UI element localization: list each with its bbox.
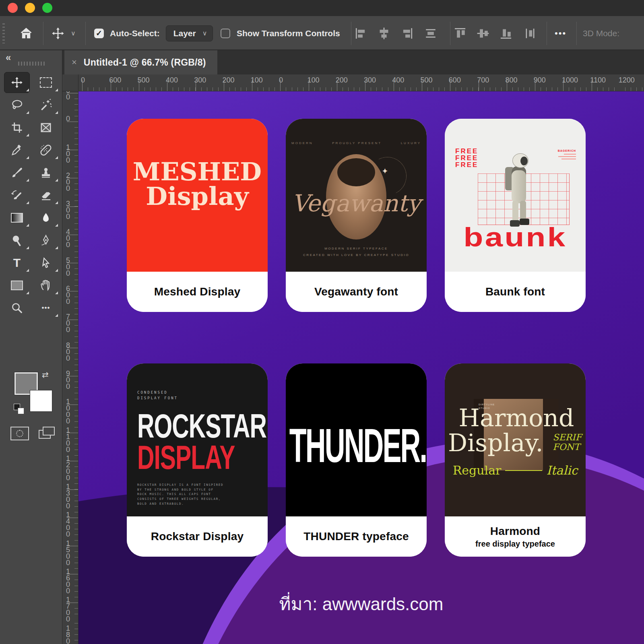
zoom-window-button[interactable] [42,3,52,13]
separator [547,22,547,45]
clone-stamp-tool[interactable] [31,161,60,184]
pen-nib-icon [40,234,52,246]
harmond-weight-regular: Regular [453,463,502,477]
align-top-edges-button[interactable] [453,16,467,50]
type-tool[interactable]: T [2,252,31,274]
show-transform-controls-checkbox[interactable] [221,29,230,38]
quick-mask-button[interactable] [10,427,29,440]
vertical-ruler[interactable]: 0001002003004005006007008009001000110012… [62,91,78,644]
eyedropper-tool[interactable] [2,139,31,161]
history-brush-tool[interactable] [2,184,31,206]
document-tab[interactable]: × Untitled-1 @ 66.7% (RGB/8) [64,50,217,74]
rockstar-kicker2: DISPLAY FONT [137,396,178,401]
blur-tool[interactable] [31,206,60,229]
bandage-icon [39,144,52,157]
auto-select-target-dropdown[interactable]: Layer ∨ [166,25,213,41]
card-title: Baunk font [485,285,545,298]
crop-tool[interactable] [2,116,31,139]
path-selection-tool[interactable] [31,252,60,274]
rockstar-preview: CONDENSED DISPLAY FONT ROCKSTAR DISPLAY … [127,363,268,516]
rectangle-tool[interactable] [2,274,31,297]
font-card-baunk[interactable]: FREE FREE FREE BAGERICH baunk Baunk font [445,119,586,312]
baunk-preview: FREE FREE FREE BAGERICH baunk [445,119,586,272]
font-card-rockstar[interactable]: CONDENSED DISPLAY FONT ROCKSTAR DISPLAY … [127,363,268,557]
horizontal-ruler[interactable]: 0600500400300200100010020030040050060070… [78,74,644,91]
star-icon: ✦ [382,166,388,176]
healing-brush-tool[interactable] [31,139,60,161]
card-subtitle: free display typeface [475,539,555,549]
meshed-preview: MESHED Display [127,119,268,272]
harmond-side1: SERIF [553,433,582,442]
separator [450,22,450,45]
rockstar-preview-line2: DISPLAY [137,442,266,473]
meshed-preview-line2: Display [127,184,268,209]
chevron-down-icon[interactable]: ∨ [71,29,76,37]
minimize-window-button[interactable] [25,3,35,13]
screen-mode-button[interactable] [39,427,57,440]
home-button[interactable] [19,16,33,50]
window-titlebar [0,0,644,16]
distribute-vertical-centers-button[interactable] [424,16,438,50]
align-vertical-centers-button[interactable] [476,16,490,50]
font-card-harmond[interactable]: DIRTYLINE STUDIO Harmond Display. SERIF … [445,363,586,557]
harmond-side2: FONT [553,442,582,452]
align-right-edges-button[interactable] [400,16,414,50]
hand-tool[interactable] [31,274,60,297]
font-card-vegawanty[interactable]: MODERN PROUDLY PRESENT LUXURY ✦ Vegawant… [286,119,427,312]
eraser-tool[interactable] [31,184,60,206]
collapse-panel-button[interactable]: « [6,52,11,63]
move-tool[interactable] [2,71,31,94]
document-canvas[interactable]: MESHED Display Meshed Display MODERN PRO… [78,91,644,644]
default-colors-icon[interactable] [14,404,24,414]
panel-grip[interactable] [18,62,45,66]
align-bottom-edges-button[interactable] [499,16,513,50]
font-card-meshed[interactable]: MESHED Display Meshed Display [127,119,268,312]
pen-tool[interactable] [31,229,60,252]
horizontal-ruler-labels: 0600500400300200100010020030040050060070… [81,76,644,85]
close-tab-icon[interactable]: × [72,57,77,68]
eraser-icon [40,189,52,201]
rectangle-icon [11,281,23,290]
vega-top-center: PROUDLY PRESENT [332,141,382,145]
zoom-tool[interactable] [2,297,31,319]
options-bar: ∨ ✓ Auto-Select: Layer ∨ Show Transform … [0,16,644,50]
edit-toolbar-button[interactable]: ••• [31,297,60,319]
frame-icon [40,122,52,134]
home-icon [19,27,33,40]
document-tab-title: Untitled-1 @ 66.7% (RGB/8) [84,57,206,68]
background-color-swatch[interactable] [30,390,52,412]
chevron-down-icon: ∨ [202,29,207,37]
show-transform-controls-label: Show Transform Controls [237,29,340,38]
frame-tool[interactable] [31,116,60,139]
baunk-free1: FREE [455,148,478,155]
close-window-button[interactable] [8,3,18,13]
more-options-button[interactable]: ••• [555,16,566,50]
auto-select-checkbox[interactable]: ✓ [94,29,104,38]
dodge-tool[interactable] [2,229,31,252]
lasso-tool[interactable] [2,94,31,116]
font-card-thunder[interactable]: THUNDER. THUNDER typeface [286,363,427,557]
baunk-preview-text: baunk [445,222,586,253]
ellipsis-icon: ••• [555,28,566,39]
ruler-origin-corner[interactable] [62,74,78,91]
magnifier-icon [11,302,23,314]
align-horizontal-centers-button[interactable] [377,16,391,50]
baunk-brand-lines [558,154,576,159]
brush-tool[interactable] [2,161,31,184]
rectangular-marquee-tool[interactable] [31,71,60,94]
gradient-tool[interactable] [2,206,31,229]
move-icon [52,27,64,40]
magic-wand-tool[interactable] [31,94,60,116]
swap-colors-icon[interactable]: ⇄ [42,370,49,380]
lasso-icon [10,99,23,111]
stamp-icon [40,167,52,179]
distribute-horizontal-centers-button[interactable] [523,16,537,50]
auto-select-label: Auto-Select: [110,29,160,38]
card-title: Harmond [490,525,540,538]
vegawanty-preview: MODERN PROUDLY PRESENT LUXURY ✦ Vegawant… [286,119,427,272]
align-left-edges-button[interactable] [354,16,368,50]
gradient-icon [11,213,23,223]
vega-top-right: LUXURY [401,141,421,145]
rockstar-kicker1: CONDENSED [137,390,178,396]
move-tool-preset[interactable]: ∨ [52,16,76,50]
